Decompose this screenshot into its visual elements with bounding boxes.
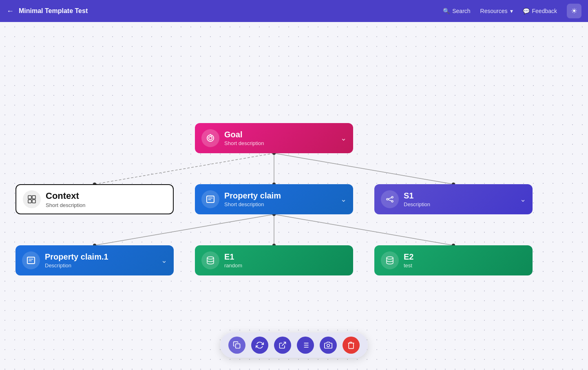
s1-chevron-icon: ⌄ [520,195,526,204]
property-claim-icon [201,190,219,208]
feedback-icon: 💬 [523,8,530,14]
svg-rect-27 [27,257,35,264]
search-icon: 🔍 [443,8,450,14]
back-button[interactable]: ← [7,7,14,15]
goal-text: Goal Short description [224,130,337,146]
svg-line-5 [95,214,274,245]
context-text: Context Short description [46,191,166,208]
context-icon [23,190,41,208]
property-claim1-title: Property claim.1 [45,252,158,262]
svg-line-31 [282,342,285,346]
e2-icon [381,251,399,269]
app-title: Minimal Template Test [19,7,88,15]
resources-button[interactable]: Resources ▾ [480,8,513,14]
app-header: ← Minimal Template Test 🔍 Search Resourc… [0,0,588,22]
svg-point-14 [207,135,214,141]
s1-icon [381,190,399,208]
svg-line-2 [95,153,274,184]
goal-title: Goal [224,130,337,139]
s1-node[interactable]: S1 Description ⌄ [374,184,533,214]
property-claim1-text: Property claim.1 Description [45,252,158,269]
camera-button[interactable] [320,337,337,354]
goal-description: Short description [224,140,337,146]
svg-point-19 [391,196,393,198]
context-node[interactable]: Context Short description [15,184,174,214]
svg-point-28 [207,257,214,259]
goal-chevron-icon: ⌄ [340,134,347,143]
refresh-button[interactable] [251,337,268,354]
svg-point-15 [209,137,212,140]
external-link-button[interactable] [274,337,291,354]
svg-rect-26 [32,200,35,203]
property-claim1-icon [22,251,40,269]
search-label: Search [452,8,470,14]
delete-button[interactable] [343,337,360,354]
e2-text: E2 test [404,252,526,269]
svg-rect-23 [28,196,31,199]
svg-line-1 [274,153,453,184]
property-claim-chevron-icon: ⌄ [340,195,347,204]
svg-line-22 [388,200,391,201]
svg-rect-17 [207,196,214,203]
svg-point-29 [387,257,393,259]
e2-title: E2 [404,252,526,262]
s1-description: Description [404,201,517,207]
goal-icon [201,129,219,147]
svg-rect-25 [32,196,35,199]
property-claim1-node[interactable]: Property claim.1 Description ⌄ [15,245,174,275]
e2-description: test [404,262,526,269]
feedback-label: Feedback [532,8,557,14]
e2-node[interactable]: E2 test [374,245,533,275]
context-description: Short description [46,202,166,208]
svg-point-38 [327,344,330,347]
search-button[interactable]: 🔍 Search [443,8,470,14]
e1-text: E1 random [224,252,347,269]
svg-line-4 [274,214,453,245]
header-right: 🔍 Search Resources ▾ 💬 Feedback ☀ [443,4,581,18]
e1-description: random [224,262,347,269]
property-claim-text: Property claim Short description [224,191,337,207]
property-claim1-description: Description [45,262,158,269]
property-claim-title: Property claim [224,191,337,200]
resources-label: Resources [480,8,508,14]
theme-icon: ☀ [571,7,577,15]
property-claim-node[interactable]: Property claim Short description ⌄ [195,184,353,214]
s1-title: S1 [404,191,517,200]
svg-rect-30 [236,344,240,348]
context-title: Context [46,191,166,201]
header-left: ← Minimal Template Test [7,7,88,15]
e1-node[interactable]: E1 random [195,245,353,275]
svg-point-20 [391,200,393,202]
e1-icon [201,251,219,269]
bottom-toolbar [220,333,368,358]
list-button[interactable] [297,337,314,354]
svg-point-18 [387,198,388,200]
svg-line-21 [388,198,391,199]
theme-button[interactable]: ☀ [567,4,581,18]
feedback-button[interactable]: 💬 Feedback [523,8,557,14]
diagram-canvas: Goal Short description ⌄ Property claim … [0,22,588,370]
property-claim-description: Short description [224,201,337,207]
chevron-down-icon: ▾ [510,8,513,14]
e1-title: E1 [224,252,347,262]
goal-node[interactable]: Goal Short description ⌄ [195,123,353,153]
svg-rect-24 [28,200,31,203]
copy-button[interactable] [228,337,245,354]
property-claim1-chevron-icon: ⌄ [161,256,167,265]
s1-text: S1 Description [404,191,517,207]
